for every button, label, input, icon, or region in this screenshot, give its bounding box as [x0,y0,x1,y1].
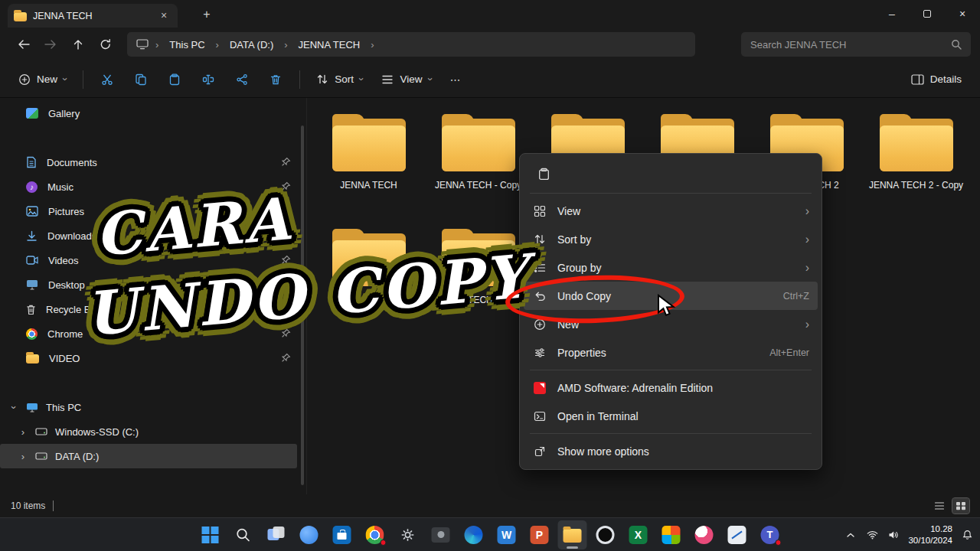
hidden-icons-button[interactable] [844,526,858,544]
cut-button[interactable] [92,67,122,93]
chrome-button[interactable] [361,520,390,549]
forward-button[interactable] [37,31,64,57]
menu-item-label: AMD Software: Adrenalin Edition [557,382,809,394]
chevron-right-icon [805,233,809,246]
share-button[interactable] [227,67,257,93]
menu-item-label: Open in Terminal [557,410,809,422]
close-tab-button[interactable]: × [156,8,172,24]
see-more-button[interactable]: ⋯ [443,67,469,92]
volume-button[interactable] [887,526,900,544]
large-icons-view-toggle[interactable] [952,498,969,514]
statusbar-divider [53,500,54,511]
copy-button[interactable] [126,67,156,93]
item-count: 10 items [11,500,45,511]
explorer-tab[interactable]: JENNA TECH × [8,4,178,28]
folder-item[interactable]: JENNA TECH - Copy [423,107,533,222]
refresh-button[interactable] [92,31,119,57]
folder-item[interactable]: JENNA TECH 2 - Copy [861,107,971,222]
breadcrumb-folder[interactable]: JENNA TECH [295,37,364,53]
rename-button[interactable] [193,67,224,93]
file-explorer-button[interactable] [558,520,587,549]
microsoft-store-button[interactable] [328,520,357,549]
sidebar-item-documents[interactable]: Documents [0,150,306,174]
menu-item-shortcut: Ctrl+Z [783,291,809,302]
toolbar-divider [83,70,83,89]
folder-label: JENNA TECH [340,180,397,191]
chevron-down-icon [424,77,436,80]
grid-view-icon [532,205,547,217]
menu-item-amd-software[interactable]: AMD Software: Adrenalin Edition [524,373,818,402]
rename-icon [202,73,214,86]
sort-icon [316,73,328,85]
sidebar-item-gallery[interactable]: Gallery [0,101,306,126]
paint-button[interactable] [690,520,719,549]
refresh-icon [100,38,112,51]
tree-item-windows-ssd[interactable]: Windows-SSD (C:) [0,419,306,444]
toolbar-divider [299,70,300,89]
breadcrumb-drive[interactable]: DATA (D:) [226,37,277,53]
settings-button[interactable] [394,520,423,549]
search-input[interactable] [750,39,945,51]
network-button[interactable] [865,526,879,544]
menu-item-open-in-terminal[interactable]: Open in Terminal [524,402,818,430]
details-pane-button[interactable]: Details [903,67,969,91]
wifi-icon [867,530,878,540]
folder-item[interactable]: JENNA TECH [314,107,423,222]
pictures-icon [26,206,38,217]
view-button[interactable]: View [374,67,439,91]
menu-separator [530,370,812,370]
edge-button[interactable] [459,520,488,549]
music-icon [26,181,38,193]
search-box[interactable] [741,32,971,57]
delete-button[interactable] [260,67,291,93]
paste-button[interactable] [159,67,190,93]
address-bar[interactable]: This PC DATA (D:) JENNA TECH [127,32,695,57]
sidebar-item-label: Gallery [48,108,80,119]
sort-button[interactable]: Sort [309,67,371,91]
photos-button[interactable] [657,520,686,549]
back-icon [17,39,30,50]
view-icon [381,74,394,85]
start-button[interactable] [196,520,225,549]
minimize-button[interactable]: – [874,0,910,28]
excel-button[interactable] [624,520,653,549]
taskbar-center [196,518,785,551]
menu-item-properties[interactable]: Properties Alt+Enter [524,338,818,367]
camera-button[interactable] [426,520,456,549]
paste-icon [168,73,181,86]
chevron-collapsed-icon[interactable] [18,451,28,462]
details-view-toggle[interactable] [931,498,948,514]
chevron-collapsed-icon[interactable] [18,426,28,438]
snipping-tool-button[interactable] [723,520,752,549]
breadcrumb-this-pc[interactable]: This PC [165,37,208,53]
up-button[interactable] [64,31,92,57]
powerpoint-button[interactable] [525,520,554,549]
quick-paste-button[interactable] [530,161,557,186]
windows-logo-icon [202,527,219,543]
new-tab-button[interactable]: + [198,6,216,23]
plus-circle-icon [18,73,31,86]
menu-item-sort-by[interactable]: Sort by [524,225,818,253]
obs-button[interactable] [591,520,620,549]
taskbar-clock[interactable]: 10.28 30/10/2024 [908,523,952,546]
task-view-button[interactable] [262,520,291,549]
maximize-button[interactable] [910,0,945,28]
back-button[interactable] [9,31,37,57]
teams-button[interactable] [756,520,785,549]
sidebar-item-video-folder[interactable]: VIDEO [0,346,306,370]
close-window-button[interactable]: × [945,0,980,28]
sidebar-spacer [0,126,306,150]
window-controls: – × [874,0,980,28]
widgets-button[interactable] [295,520,324,549]
word-button[interactable] [492,520,521,549]
new-button[interactable]: New [11,67,74,92]
menu-item-view[interactable]: View [524,197,818,225]
tree-item-data-drive[interactable]: DATA (D:) [0,444,297,468]
tree-item-this-pc[interactable]: This PC [0,395,306,419]
chevron-down-icon [60,77,71,80]
notification-center-button[interactable] [960,526,974,544]
menu-item-show-more-options[interactable]: Show more options [524,437,818,465]
folder-icon [26,354,39,364]
chevron-expanded-icon[interactable] [8,403,20,412]
taskbar-search-button[interactable] [229,520,258,549]
